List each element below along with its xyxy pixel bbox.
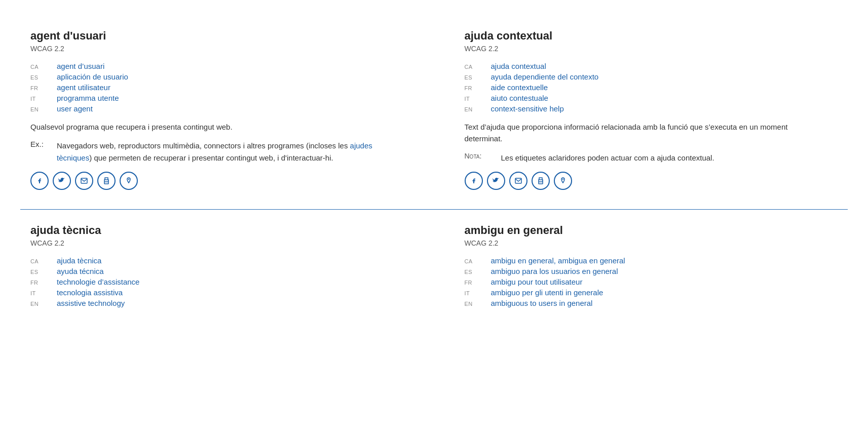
translation-row: EN context-sensitive help [465, 104, 828, 113]
translation-link[interactable]: ambigu en general, ambigua en general [491, 256, 625, 265]
translation-link[interactable]: context-sensitive help [491, 104, 564, 113]
example-block: Ex.: Navegadors web, reproductors multim… [30, 140, 404, 164]
translation-row: CA ambigu en general, ambigua en general [465, 256, 828, 265]
entry-ajuda-contextual: ajuda contextual WCAG 2.2 CA ajuda conte… [434, 15, 848, 210]
translation-row: CA ajuda contextual [465, 62, 828, 70]
email-icon [81, 178, 88, 184]
translation-link[interactable]: ambiguo per gli utenti in generale [491, 288, 603, 297]
entry-title: ambigu en general [465, 224, 828, 237]
translations-list: CA ambigu en general, ambigua en general… [465, 256, 828, 307]
translation-link[interactable]: ayuda técnica [57, 267, 104, 275]
translation-link[interactable]: ambiguo para los usuarios en general [491, 267, 618, 275]
twitter-icon [493, 177, 500, 184]
ajudes-tecniques-link[interactable]: ajudes tècniques [57, 141, 372, 162]
translation-row: EN user agent [30, 104, 404, 113]
email-share-button[interactable] [75, 172, 93, 190]
translation-link[interactable]: aiuto contestuale [491, 94, 548, 102]
pin-icon [126, 177, 132, 184]
entry-title: ajuda tècnica [30, 224, 404, 237]
print-icon [103, 177, 110, 184]
pin-icon [560, 177, 566, 184]
entry-title: ajuda contextual [465, 29, 828, 43]
lang-code: CA [30, 258, 57, 264]
translation-row: ES aplicación de usuario [30, 72, 404, 81]
twitter-icon [58, 177, 65, 184]
translation-link[interactable]: user agent [57, 104, 93, 113]
translation-link[interactable]: technologie d’assistance [57, 278, 139, 286]
translation-link[interactable]: ayuda dependiente del contexto [491, 72, 599, 81]
entry-ajuda-tecnica: ajuda tècnica WCAG 2.2 CA ajuda tècnica … [20, 210, 434, 321]
lang-code: IT [465, 96, 491, 102]
example-label: Ex.: [30, 140, 57, 164]
entry-agent-usuari: agent d'usuari WCAG 2.2 CA agent d’usuar… [20, 15, 434, 210]
note-label: Nota: [465, 152, 501, 164]
lang-code: ES [30, 269, 57, 275]
translation-row: FR aide contextuelle [465, 83, 828, 92]
facebook-share-button[interactable] [30, 172, 49, 190]
lang-code: FR [465, 280, 491, 286]
svg-point-3 [128, 179, 129, 180]
pin-share-button[interactable] [554, 172, 572, 190]
translation-link[interactable]: programma utente [57, 94, 119, 102]
entry-ambigu-en-general: ambigu en general WCAG 2.2 CA ambigu en … [434, 210, 848, 321]
lang-code: ES [30, 74, 57, 81]
svg-rect-1 [104, 182, 108, 184]
translation-link[interactable]: aide contextuelle [491, 83, 548, 92]
translation-row: EN ambiguous to users in general [465, 299, 828, 307]
wcag-label: WCAG 2.2 [30, 45, 404, 53]
twitter-share-button[interactable] [53, 172, 71, 190]
lang-code: IT [30, 96, 57, 102]
translation-link[interactable]: aplicación de usuario [57, 72, 128, 81]
translation-row: CA agent d’usuari [30, 62, 404, 70]
translation-link[interactable]: ajuda contextual [491, 62, 546, 70]
translation-link[interactable]: ajuda tècnica [57, 256, 101, 265]
twitter-share-button[interactable] [487, 172, 505, 190]
print-icon [537, 177, 544, 184]
svg-point-2 [108, 180, 108, 181]
translations-list: CA ajuda tècnica ES ayuda técnica FR tec… [30, 256, 404, 307]
svg-rect-0 [81, 178, 87, 183]
wcag-label: WCAG 2.2 [465, 239, 828, 247]
translation-row: CA ajuda tècnica [30, 256, 404, 265]
pin-share-button[interactable] [120, 172, 138, 190]
translation-row: ES ayuda dependiente del contexto [465, 72, 828, 81]
lang-code: FR [30, 280, 57, 286]
svg-rect-4 [515, 178, 521, 183]
note-text: Les etiquetes aclaridores poden actuar c… [501, 152, 714, 164]
translation-row: FR technologie d’assistance [30, 278, 404, 286]
lang-code: ES [465, 74, 491, 81]
share-buttons [465, 172, 828, 190]
example-text: Navegadors web, reproductors multimèdia,… [57, 140, 404, 164]
print-share-button[interactable] [97, 172, 116, 190]
lang-code: IT [30, 290, 57, 296]
translation-row: IT aiuto contestuale [465, 94, 828, 102]
lang-code: FR [30, 85, 57, 91]
svg-point-6 [542, 180, 542, 181]
translation-link[interactable]: ambigu pour tout utilisateur [491, 278, 583, 286]
translation-link[interactable]: agent utilisateur [57, 83, 110, 92]
entry-title: agent d'usuari [30, 29, 404, 43]
lang-code: CA [30, 64, 57, 70]
email-share-button[interactable] [509, 172, 527, 190]
facebook-share-button[interactable] [465, 172, 483, 190]
email-icon [515, 178, 522, 184]
lang-code: EN [465, 301, 491, 307]
translation-row: FR agent utilisateur [30, 83, 404, 92]
translation-row: ES ambiguo para los usuarios en general [465, 267, 828, 275]
translation-link[interactable]: agent d’usuari [57, 62, 104, 70]
lang-code: CA [465, 258, 491, 264]
translation-link[interactable]: tecnologia assistiva [57, 288, 123, 297]
print-share-button[interactable] [532, 172, 550, 190]
lang-code: EN [465, 106, 491, 112]
wcag-label: WCAG 2.2 [30, 239, 404, 247]
svg-point-7 [562, 179, 563, 180]
translation-row: ES ayuda técnica [30, 267, 404, 275]
translations-list: CA agent d’usuari ES aplicación de usuar… [30, 62, 404, 113]
translation-row: FR ambigu pour tout utilisateur [465, 278, 828, 286]
lang-code: IT [465, 290, 491, 296]
definition-text: Text d’ajuda que proporciona informació … [465, 121, 828, 145]
translation-link[interactable]: ambiguous to users in general [491, 299, 593, 307]
translation-link[interactable]: assistive technology [57, 299, 125, 307]
facebook-icon [470, 177, 477, 184]
entries-grid: agent d'usuari WCAG 2.2 CA agent d’usuar… [20, 15, 848, 321]
